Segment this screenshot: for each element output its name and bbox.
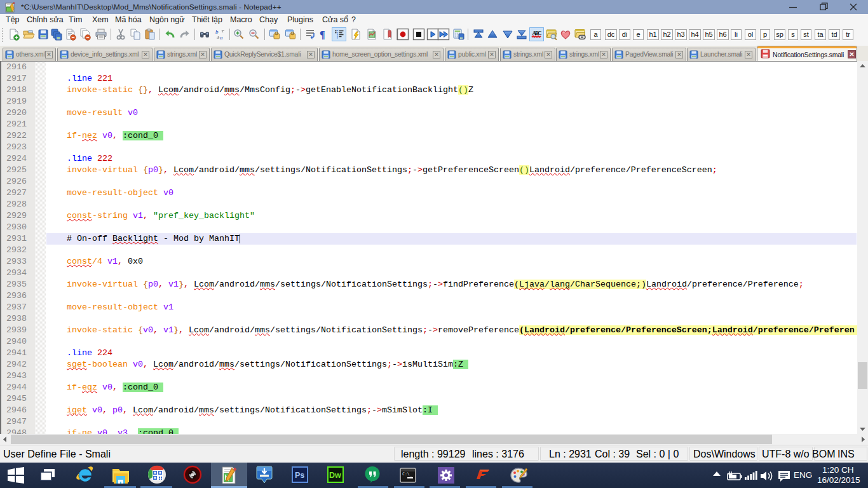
svg-text:C:\_: C:\_ [402,471,412,477]
svg-text:Dw: Dw [329,471,341,480]
svg-text:Ps: Ps [295,471,304,480]
